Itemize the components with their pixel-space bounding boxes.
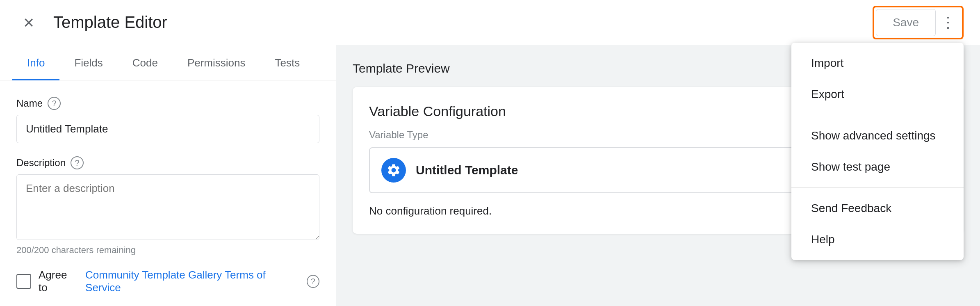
dropdown-divider-2 — [791, 187, 964, 188]
more-menu-button[interactable]: ⋮ — [936, 10, 960, 35]
name-group: Name ? — [16, 97, 319, 143]
terms-help-icon[interactable]: ? — [307, 275, 319, 288]
name-help-icon[interactable]: ? — [48, 97, 61, 110]
description-textarea[interactable] — [16, 174, 319, 240]
dropdown-item-help[interactable]: Help — [791, 224, 964, 255]
save-button[interactable]: Save — [876, 9, 936, 36]
variable-icon — [381, 158, 406, 183]
variable-name: Untitled Template — [416, 163, 518, 177]
header-left: × Template Editor — [16, 10, 167, 35]
left-panel: Info Fields Code Permissions Tests Name … — [0, 45, 336, 306]
header-right: Save ⋮ Import Export Show advanced setti… — [873, 6, 964, 39]
dropdown-menu: Import Export Show advanced settings Sho… — [791, 43, 964, 260]
tab-permissions[interactable]: Permissions — [173, 45, 260, 80]
dropdown-item-import[interactable]: Import — [791, 48, 964, 79]
tab-fields[interactable]: Fields — [59, 45, 117, 80]
dropdown-divider-1 — [791, 115, 964, 115]
close-button[interactable]: × — [16, 10, 41, 35]
tab-tests[interactable]: Tests — [260, 45, 315, 80]
description-label-text: Description — [16, 157, 66, 169]
tab-code[interactable]: Code — [118, 45, 173, 80]
dropdown-item-export[interactable]: Export — [791, 79, 964, 110]
description-group: Description ? 200/200 characters remaini… — [16, 156, 319, 256]
save-area: Save ⋮ — [873, 6, 964, 39]
description-label: Description ? — [16, 156, 319, 169]
terms-checkbox[interactable] — [16, 274, 31, 289]
gear-icon — [386, 163, 401, 178]
form-area: Name ? Description ? 200/200 characters … — [0, 80, 336, 306]
page-title: Template Editor — [53, 13, 167, 32]
dropdown-item-send-feedback[interactable]: Send Feedback — [791, 193, 964, 224]
main-container: × Template Editor Save ⋮ Import Export S… — [0, 0, 980, 306]
name-input[interactable] — [16, 115, 319, 143]
checkbox-row: Agree to Community Template Gallery Term… — [16, 269, 319, 294]
tabs: Info Fields Code Permissions Tests — [0, 45, 336, 80]
dropdown-item-advanced-settings[interactable]: Show advanced settings — [791, 120, 964, 151]
dropdown-item-test-page[interactable]: Show test page — [791, 151, 964, 183]
terms-link[interactable]: Community Template Gallery Terms of Serv… — [85, 269, 299, 294]
checkbox-prefix: Agree to — [39, 269, 78, 294]
tab-info[interactable]: Info — [12, 45, 59, 80]
name-label: Name ? — [16, 97, 319, 110]
description-help-icon[interactable]: ? — [71, 156, 84, 169]
name-label-text: Name — [16, 98, 43, 109]
char-count: 200/200 characters remaining — [16, 245, 319, 256]
header: × Template Editor Save ⋮ Import Export S… — [0, 0, 980, 45]
